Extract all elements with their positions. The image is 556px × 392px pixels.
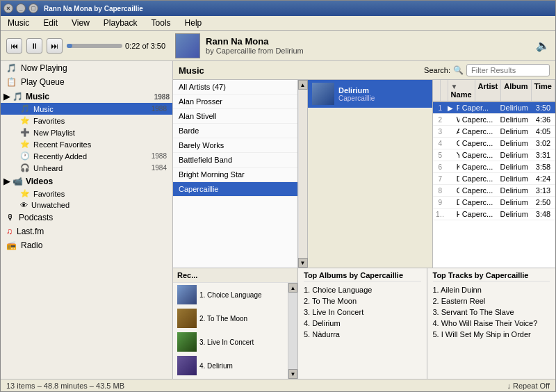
queue-icon: 📋 xyxy=(6,77,17,87)
sidebar-group-music[interactable]: ▶ 🎵 Music 1988 xyxy=(1,89,172,103)
track-row[interactable]: 9 Dr. MacP... Caperc... Delirium 2:50 xyxy=(433,197,555,209)
top-tracks-panel: Top Tracks by Capercaillie 1. Ailein Dui… xyxy=(427,268,556,379)
list-item[interactable]: 4. Delirium xyxy=(173,354,288,377)
next-button[interactable]: ⏭ xyxy=(47,38,63,54)
sidebar-item-unwatched[interactable]: 👁 Unwatched xyxy=(1,199,172,211)
track-album: Delirium xyxy=(498,209,533,220)
album-delirium[interactable]: Delirium Capercaillie xyxy=(308,80,432,108)
track-name: Dean Sa... xyxy=(454,173,459,184)
track-name: Kenny M... xyxy=(454,161,459,172)
track-name: You Will ... xyxy=(454,149,459,161)
list-item[interactable]: Alan Stivell xyxy=(173,109,297,124)
artist-all[interactable]: All Artists (47) xyxy=(173,80,297,95)
th-album[interactable]: Album xyxy=(501,80,531,101)
track-row[interactable]: 8 Coisich a... Caperc... Delirium 3:13 xyxy=(433,185,555,197)
play-icon xyxy=(445,213,454,215)
sidebar-item-unheard[interactable]: 🎧 Unheard 1984 xyxy=(1,162,172,174)
sidebar-item-new-playlist[interactable]: ➕ New Playlist xyxy=(1,126,172,138)
list-item[interactable]: Barely Works xyxy=(173,138,297,153)
toolbar: ⏮ ⏸ ⏭ 0:22 of 3:50 Rann Na Mona by Caper… xyxy=(1,31,555,61)
artist-capercaillie[interactable]: Capercaillie xyxy=(173,182,297,197)
list-item[interactable]: 3. Live In Concert xyxy=(173,330,288,354)
recent-art xyxy=(177,309,197,328)
sidebar-music-badge: 1988 xyxy=(152,105,167,113)
progress-slider[interactable] xyxy=(67,44,122,48)
music-group-icon: 🎵 xyxy=(13,92,23,101)
sidebar-item-recently-added[interactable]: 🕐 Recently Added 1988 xyxy=(1,150,172,162)
sidebar-item-music[interactable]: 🎵 Music 1988 xyxy=(1,103,172,115)
list-item[interactable]: Battlefield Band xyxy=(173,153,297,168)
list-item[interactable]: Bright Morning Star xyxy=(173,168,297,182)
list-item[interactable]: Barde xyxy=(173,124,297,138)
sidebar-item-video-favorites[interactable]: ⭐ Favorites xyxy=(1,188,172,199)
status-info: 13 items – 48.8 minutes – 43.5 MB xyxy=(6,382,124,390)
scroll-up-button[interactable]: ▲ xyxy=(288,283,297,293)
list-item[interactable]: 5. Nàdurra xyxy=(304,329,421,340)
menu-view[interactable]: View xyxy=(67,17,94,28)
sidebar-item-favorites[interactable]: ⭐ Favorites xyxy=(1,115,172,126)
scroll-up-button[interactable]: ▲ xyxy=(298,80,308,90)
th-time[interactable]: Time xyxy=(532,80,555,101)
sidebar-item-recent-favorites[interactable]: ⭐ Recent Favorites xyxy=(1,138,172,150)
track-num: 5 xyxy=(433,150,445,161)
repeat-status[interactable]: ↓ Repeat Off xyxy=(507,382,550,390)
scroll-down-button[interactable]: ▼ xyxy=(288,369,297,379)
menubar: Music Edit View Playback Tools Help xyxy=(1,16,555,31)
recent-fav-icon: ⭐ xyxy=(20,140,30,149)
track-row[interactable]: 6 Kenny M... Caperc... Delirium 3:58 xyxy=(433,161,555,173)
music-group-label: Music xyxy=(26,92,49,101)
minimize-button[interactable]: _ xyxy=(16,3,26,13)
track-artist: Caperc... xyxy=(459,197,498,208)
track-album: Delirium xyxy=(498,173,533,184)
list-item[interactable]: 5. I Will Set My Ship in Order xyxy=(433,329,550,340)
volume-icon[interactable]: 🔈 xyxy=(536,39,550,52)
list-item[interactable]: 2. To The Moon xyxy=(173,307,288,330)
track-list: 1 ▶ Rann N... Caper... Delirium 3:50 2 W… xyxy=(433,102,555,268)
track-row[interactable]: 7 Dean Sa... Caperc... Delirium 4:24 xyxy=(433,173,555,185)
track-row[interactable]: 2 Waiting ... Caperc... Delirium 4:36 xyxy=(433,114,555,126)
playlist-icon: ➕ xyxy=(20,128,30,137)
maximize-button[interactable]: □ xyxy=(28,3,38,13)
list-item[interactable]: 3. Live In Concert xyxy=(304,307,421,318)
th-name[interactable]: ▼ Name xyxy=(448,80,475,101)
track-row[interactable]: 3 Aodann ... Caperc... Delirium 4:05 xyxy=(433,126,555,138)
sidebar-group-videos[interactable]: ▶ 📹 Videos xyxy=(1,174,172,188)
sidebar-item-lastfm[interactable]: ♫ Last.fm xyxy=(1,224,172,238)
list-item[interactable]: 1. Choice Language xyxy=(304,284,421,295)
list-item[interactable]: 1. Choice Language xyxy=(173,283,288,307)
menu-tools[interactable]: Tools xyxy=(147,17,175,28)
list-item[interactable]: 4. Who Will Raise Their Voice? xyxy=(433,318,550,329)
track-row[interactable]: 5 You Will ... Caperc... Delirium 3:31 xyxy=(433,149,555,161)
unwatched-icon: 👁 xyxy=(20,201,28,209)
sidebar-item-play-queue[interactable]: 📋 Play Queue xyxy=(1,75,172,89)
scroll-down-button[interactable]: ▼ xyxy=(298,258,308,268)
list-item[interactable]: 3. Servant To The Slave xyxy=(433,307,550,318)
prev-button[interactable]: ⏮ xyxy=(6,38,22,54)
track-row[interactable]: 10 Heart of ... Caperc... Delirium 3:48 xyxy=(433,209,555,220)
menu-playback[interactable]: Playback xyxy=(99,17,142,28)
play-pause-button[interactable]: ⏸ xyxy=(26,38,42,54)
list-item[interactable]: 2. Eastern Reel xyxy=(433,295,550,307)
list-item[interactable]: 4. Delirium xyxy=(304,318,421,329)
menu-help[interactable]: Help xyxy=(181,17,206,28)
recent-panel: Rec... 1. Choice Language 2. To The Moon xyxy=(173,268,298,379)
recent-item-label: 2. To The Moon xyxy=(199,315,247,322)
list-item[interactable]: 2. To The Moon xyxy=(304,295,421,307)
th-artist[interactable]: Artist xyxy=(475,80,502,101)
sidebar-item-now-playing[interactable]: 🎵 Now Playing xyxy=(1,61,172,75)
recent-item-label: 3. Live In Concert xyxy=(199,338,254,346)
menu-edit[interactable]: Edit xyxy=(39,17,62,28)
track-row[interactable]: 4 Cape Br... Caperc... Delirium 3:02 xyxy=(433,138,555,149)
play-icon xyxy=(445,177,454,180)
close-button[interactable]: × xyxy=(3,3,13,13)
search-input[interactable] xyxy=(466,64,550,76)
sidebar-item-podcasts[interactable]: 🎙 Podcasts xyxy=(1,211,172,224)
list-item[interactable]: 1. Ailein Duinn xyxy=(433,284,550,295)
sidebar: 🎵 Now Playing 📋 Play Queue ▶ 🎵 Music 198… xyxy=(1,61,173,379)
list-item[interactable]: Alan Prosser xyxy=(173,95,297,109)
track-artist: Caperc... xyxy=(459,185,498,196)
track-artist: by Capercaillie from Delirium xyxy=(206,47,532,55)
track-row[interactable]: 1 ▶ Rann N... Caper... Delirium 3:50 xyxy=(433,102,555,114)
sidebar-item-radio[interactable]: 📻 Radio xyxy=(1,238,172,252)
menu-music[interactable]: Music xyxy=(3,17,33,28)
